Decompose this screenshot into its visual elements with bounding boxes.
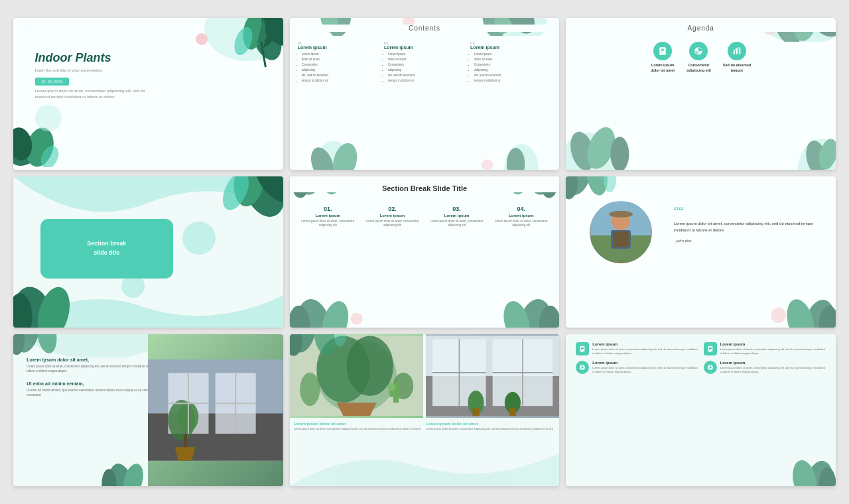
feature-1-content: Lorem ipsum Lorem ipsum dolor sit amet, … xyxy=(592,342,698,355)
col-2: 02 Lorem ipsum Lorem ipsum dolor sit ame… xyxy=(384,41,465,84)
item: Consectetur xyxy=(302,62,379,68)
step-2: 02. Lorem ipsum Lorem ipsum dolor sit am… xyxy=(364,206,421,229)
step-4-num: 04. xyxy=(493,206,549,212)
feature-2-content: Lorem ipsum Lorem ipsum dolor sit amet, … xyxy=(720,342,826,355)
col-3: 03 Lorem ipsum Lorem ipsum dolor sit ame… xyxy=(470,41,551,84)
item: adipiscing xyxy=(474,68,551,73)
caption-1-title: Lorem ipsum dolor sit amet xyxy=(294,422,423,426)
dots-br: ··· xyxy=(815,316,822,320)
dots-tl: ··· xyxy=(303,184,310,188)
agenda-label-3: Sed do eiusmod tempor xyxy=(723,63,751,73)
svg-point-7 xyxy=(22,124,58,166)
svg-rect-40 xyxy=(734,51,735,54)
photo-area xyxy=(148,334,283,486)
steps-row: 01. Lorem ipsum Lorem ipsum dolor sit am… xyxy=(290,206,560,229)
title-content: Indoor Plants Insert the sub title of yo… xyxy=(35,51,184,100)
plant-bl xyxy=(290,267,411,328)
col-1-title: Lorem ipsum xyxy=(298,45,379,50)
decorative-blob-teal xyxy=(35,105,62,131)
col-1: 01 Lorem ipsum Lorem ipsum dolor sit ame… xyxy=(298,41,379,84)
feature-1: Lorem ipsum Lorem ipsum dolor sit amet, … xyxy=(576,342,698,355)
bottom-plant-bar xyxy=(290,124,560,170)
slide-5-section-numbered: Section Break Slide Title 01. Lorem ipsu… xyxy=(290,176,560,328)
feature-3-content: Lorem ipsum Lorem ipsum dolor sit amet, … xyxy=(592,361,698,374)
feature-4-content: Lorem ipsum Lorem ipsum dolor sit amet, … xyxy=(720,361,826,374)
svg-point-99 xyxy=(290,334,302,356)
plant-overlap xyxy=(94,426,148,486)
step-4-desc: Lorem ipsum dolor sit amet, consectetur … xyxy=(493,220,549,229)
agenda-item-2: Consectetur adipiscing elit xyxy=(686,42,711,73)
svg-point-61 xyxy=(350,313,362,325)
feature-3-icon xyxy=(576,361,589,374)
step-2-num: 02. xyxy=(364,206,421,212)
feature-2: Lorem ipsum Lorem ipsum dolor sit amet, … xyxy=(704,342,826,355)
agenda-icon-2 xyxy=(689,42,708,60)
feature-4-title: Lorem ipsum xyxy=(720,361,826,365)
step-3-desc: Lorem ipsum dolor sit amet, consectetur … xyxy=(428,220,485,229)
svg-point-81 xyxy=(35,334,59,355)
slide-title: Agenda xyxy=(566,18,836,32)
plant-br xyxy=(768,418,836,486)
step-4-title: Lorem ipsum xyxy=(493,214,549,218)
feature-2-title: Lorem ipsum xyxy=(720,342,826,346)
col-2-items: Lorem ipsum dolor sit amet Consectetur a… xyxy=(384,52,465,84)
agenda-icons: Lorem ipsum dolor sit amet Consectetur a… xyxy=(566,42,836,73)
feature-3-title: Lorem ipsum xyxy=(592,361,698,365)
svg-rect-41 xyxy=(736,49,738,54)
slide-1-title: Indoor Plants Insert the sub title of yo… xyxy=(13,18,283,170)
feature-3: Lorem ipsum Lorem ipsum dolor sit amet, … xyxy=(576,361,698,374)
svg-point-109 xyxy=(387,383,395,391)
item: tempor incididunt ut xyxy=(474,78,551,84)
dots-br: ··· xyxy=(539,316,546,320)
svg-rect-79 xyxy=(613,231,629,247)
dots-br: ··· xyxy=(263,316,269,320)
step-3-title: Lorem ipsum xyxy=(428,214,485,218)
svg-point-6 xyxy=(13,137,46,166)
dots-br: ··· xyxy=(539,158,546,162)
feature-2-icon xyxy=(704,342,717,355)
quote-mark: ““ xyxy=(674,206,817,218)
item: tempor incididunt ut xyxy=(302,78,379,84)
slide-9-features: Lorem ipsum Lorem ipsum dolor sit amet, … xyxy=(566,334,836,486)
step-4: 04. Lorem ipsum Lorem ipsum dolor sit am… xyxy=(493,206,549,229)
svg-point-100 xyxy=(334,334,346,347)
slide-6-quote: ““ Lorem ipsum dolor sit amet, consectet… xyxy=(566,176,836,328)
item: Lorem ipsum xyxy=(388,52,465,57)
dots-br: ··· xyxy=(815,475,822,479)
svg-point-9 xyxy=(38,143,62,166)
person-image xyxy=(590,201,652,263)
plant-tl xyxy=(290,334,384,403)
dots-decoration-br: ··· xyxy=(263,158,269,162)
slide-4-section-break: Section break slide title ··· ··· xyxy=(13,176,283,328)
svg-rect-42 xyxy=(739,48,740,54)
dots-tl: ··· xyxy=(303,25,310,29)
dots-tl: ··· xyxy=(580,342,586,346)
section-break-box: Section break slide title xyxy=(40,219,173,279)
item: dolor sit amet xyxy=(302,57,379,62)
section-break-title: Section break slide title xyxy=(87,239,126,257)
item: tempor incididunt ut xyxy=(388,78,465,84)
cloud-bottom xyxy=(290,433,560,486)
contents-columns: 01 Lorem ipsum Lorem ipsum dolor sit ame… xyxy=(290,36,560,90)
dots-tl: ··· xyxy=(27,184,33,188)
caption-2-title: Lorem ipsum dolor sit amet xyxy=(426,422,555,426)
agenda-item-1: Lorem ipsum dolor sit amet xyxy=(651,42,675,73)
svg-point-98 xyxy=(312,334,337,356)
dots-tl: ··· xyxy=(580,25,586,29)
col-2-title: Lorem ipsum xyxy=(384,45,465,50)
item: dolor sit amet xyxy=(474,57,551,62)
agenda-icon-3 xyxy=(728,42,746,60)
item: elit, sed do eiusmod xyxy=(302,73,379,78)
item: adipiscing xyxy=(388,68,465,73)
agenda-label-2: Consectetur adipiscing elit xyxy=(686,63,711,73)
item: Lorem ipsum xyxy=(302,52,379,57)
feature-1-title: Lorem ipsum xyxy=(592,342,698,346)
item: dolor sit amet xyxy=(388,57,465,62)
col-1-items: Lorem ipsum dolor sit amet Consectetur a… xyxy=(298,52,379,84)
feature-3-text: Lorem ipsum dolor sit amet, consectetur … xyxy=(592,366,698,374)
svg-point-8 xyxy=(13,125,34,162)
item: elit, sed do eiusmod xyxy=(388,73,465,78)
svg-rect-77 xyxy=(616,211,626,216)
item: Consectetur xyxy=(474,62,551,68)
caption-2: Lorem ipsum dolor sit amet Lorem ipsum d… xyxy=(426,422,555,431)
